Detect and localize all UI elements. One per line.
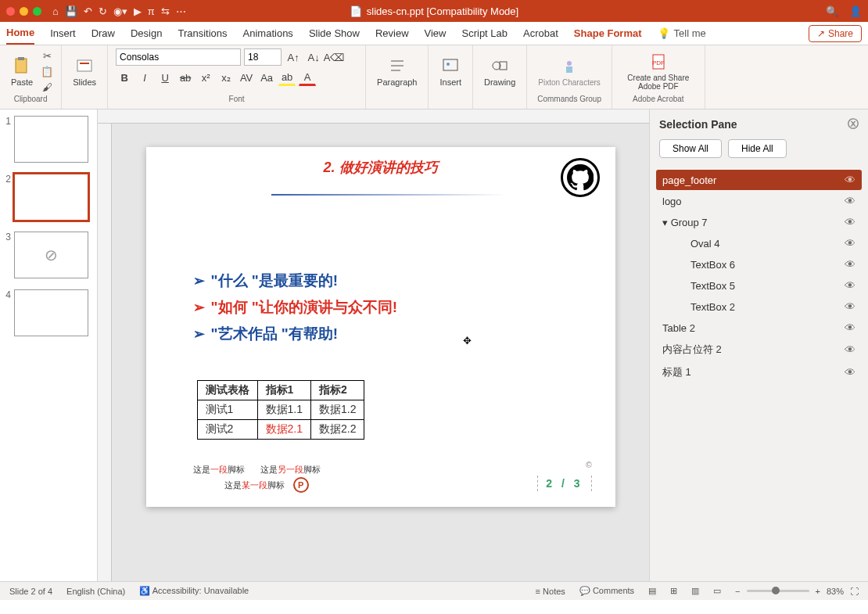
format-painter-icon[interactable]: 🖌	[41, 81, 53, 94]
slides-button[interactable]: Slides	[70, 55, 99, 88]
tab-scriptlab[interactable]: Script Lab	[462, 23, 508, 44]
clear-format-icon[interactable]: A⌫	[325, 48, 343, 66]
slideshow-view-icon[interactable]: ▭	[713, 586, 721, 596]
sel-textbox2[interactable]: TextBox 2👁	[656, 296, 862, 317]
underline-button[interactable]: U	[156, 69, 174, 86]
slide-title[interactable]: 2. 做好演讲的技巧	[323, 158, 437, 177]
page-footer-selected[interactable]: 2 / 3	[537, 476, 591, 491]
tab-design[interactable]: Design	[131, 23, 162, 44]
font-color-button[interactable]: A	[299, 69, 316, 86]
strike-button[interactable]: ab	[177, 69, 194, 86]
sel-group7[interactable]: ▾ Group 7👁	[656, 212, 862, 232]
redo-icon[interactable]: ↻	[99, 5, 107, 17]
slide-thumbnail-pane[interactable]: 1 2 3⊘ 4	[0, 110, 98, 581]
drawing-button[interactable]: Drawing	[481, 55, 518, 88]
tab-view[interactable]: View	[425, 23, 447, 44]
increase-font-icon[interactable]: A↑	[285, 48, 302, 66]
fit-icon[interactable]: ⛶	[850, 587, 859, 596]
tab-review[interactable]: Review	[375, 23, 409, 44]
thumbnail-4[interactable]	[14, 289, 88, 336]
subscript-button[interactable]: x₂	[217, 69, 235, 86]
slide-editor[interactable]: 2. 做好演讲的技巧 ➢"什么 "是最重要的! ➢"如何 "让你的演讲与众不同!…	[112, 124, 649, 581]
tab-animations[interactable]: Animations	[243, 23, 293, 44]
visibility-toggle-icon[interactable]: 👁	[845, 366, 855, 379]
tab-insert[interactable]: Insert	[50, 23, 76, 44]
cut-icon[interactable]: ✂	[41, 50, 53, 63]
text-effects-button[interactable]: AV	[238, 69, 255, 86]
visibility-toggle-icon[interactable]: 👁	[845, 258, 855, 271]
superscript-button[interactable]: x²	[197, 69, 214, 86]
thumbnail-2[interactable]	[14, 174, 88, 221]
search-icon[interactable]: 🔍	[826, 5, 838, 17]
normal-view-icon[interactable]: ▤	[648, 586, 656, 596]
visibility-toggle-icon[interactable]: 👁	[845, 300, 855, 313]
comments-button[interactable]: 💬 Comments	[579, 586, 634, 596]
account-icon[interactable]: 👤	[849, 5, 862, 17]
thumbnail-3[interactable]: ⊘	[14, 232, 88, 278]
italic-button[interactable]: I	[136, 69, 153, 86]
footer-text-2[interactable]: 这是某一段脚标 P	[224, 477, 309, 493]
sel-textbox5[interactable]: TextBox 5👁	[656, 275, 862, 296]
minimize-window-button[interactable]	[20, 7, 28, 16]
reading-view-icon[interactable]: ▥	[691, 586, 699, 596]
paste-button[interactable]: Paste	[8, 55, 36, 88]
visibility-toggle-icon[interactable]: 👁	[845, 237, 855, 250]
font-name-select[interactable]	[116, 48, 241, 66]
insert-button[interactable]: Insert	[436, 55, 464, 88]
sel-table2[interactable]: Table 2👁	[656, 318, 862, 338]
tab-shapeformat[interactable]: Shape Format	[574, 23, 642, 44]
tab-transitions[interactable]: Transitions	[178, 23, 227, 44]
sel-title1[interactable]: 标题 1👁	[656, 361, 862, 383]
visibility-toggle-icon[interactable]: 👁	[845, 279, 855, 292]
zoom-percent[interactable]: 83%	[827, 587, 844, 596]
pi-icon[interactable]: π	[148, 5, 155, 17]
tell-me[interactable]: 💡 Tell me	[658, 27, 706, 39]
visibility-toggle-icon[interactable]: 👁	[845, 174, 855, 186]
link-icon[interactable]: ⇆	[161, 5, 170, 17]
github-logo-icon[interactable]	[561, 158, 600, 197]
close-window-button[interactable]	[6, 7, 15, 16]
tab-acrobat[interactable]: Acrobat	[523, 23, 558, 44]
zoom-in-icon[interactable]: +	[816, 587, 820, 596]
highlight-button[interactable]: ab	[278, 69, 296, 86]
selection-list[interactable]: page_footer👁 logo👁 ▾ Group 7👁 Oval 4👁 Te…	[650, 166, 868, 581]
sorter-view-icon[interactable]: ⊞	[670, 586, 677, 596]
tab-draw[interactable]: Draw	[91, 23, 115, 44]
font-size-select[interactable]	[244, 48, 282, 66]
shape-icon[interactable]: ◉▾	[113, 5, 127, 17]
sel-content[interactable]: 内容占位符 2👁	[656, 339, 862, 361]
language-status[interactable]: English (China)	[66, 587, 125, 596]
share-button[interactable]: ↗ Share	[809, 25, 862, 42]
play-icon[interactable]: ▶	[134, 5, 142, 17]
pixton-button[interactable]: Pixton Characters	[535, 56, 603, 88]
sel-textbox6[interactable]: TextBox 6👁	[656, 254, 862, 275]
visibility-toggle-icon[interactable]: 👁	[845, 321, 855, 334]
zoom-slider[interactable]	[747, 590, 809, 592]
more-icon[interactable]: ⋯	[176, 5, 186, 17]
bold-button[interactable]: B	[116, 69, 133, 86]
visibility-toggle-icon[interactable]: 👁	[845, 195, 855, 207]
thumbnail-1[interactable]	[14, 116, 88, 163]
sel-oval4[interactable]: Oval 4👁	[656, 233, 862, 253]
show-all-button[interactable]: Show All	[659, 139, 722, 158]
close-pane-icon[interactable]: ⓧ	[848, 117, 859, 131]
table-2[interactable]: 测试表格指标1指标2 测试1数据1.1数据1.2 测试2数据2.1数据2.2	[197, 380, 365, 440]
slide-count[interactable]: Slide 2 of 4	[9, 587, 52, 596]
zoom-out-icon[interactable]: −	[735, 587, 740, 596]
visibility-toggle-icon[interactable]: 👁	[845, 216, 855, 228]
hide-all-button[interactable]: Hide All	[728, 139, 787, 158]
save-icon[interactable]: 💾	[65, 5, 77, 17]
slide-canvas[interactable]: 2. 做好演讲的技巧 ➢"什么 "是最重要的! ➢"如何 "让你的演讲与众不同!…	[146, 147, 615, 507]
undo-icon[interactable]: ↶	[84, 5, 92, 17]
change-case-button[interactable]: Aa	[258, 69, 275, 86]
tab-home[interactable]: Home	[6, 22, 34, 45]
paragraph-button[interactable]: Paragraph	[374, 55, 420, 88]
footer-text-1[interactable]: 这是一段脚标 这是另一段脚标	[193, 464, 321, 476]
content-placeholder[interactable]: ➢"什么 "是最重要的! ➢"如何 "让你的演讲与众不同! ➢"艺术作品 "有帮…	[193, 264, 398, 350]
home-icon[interactable]: ⌂	[52, 5, 59, 17]
copy-icon[interactable]: 📋	[41, 66, 53, 78]
decrease-font-icon[interactable]: A↓	[305, 48, 322, 66]
maximize-window-button[interactable]	[33, 7, 41, 16]
visibility-toggle-icon[interactable]: 👁	[845, 343, 855, 356]
sel-logo[interactable]: logo👁	[656, 191, 862, 211]
